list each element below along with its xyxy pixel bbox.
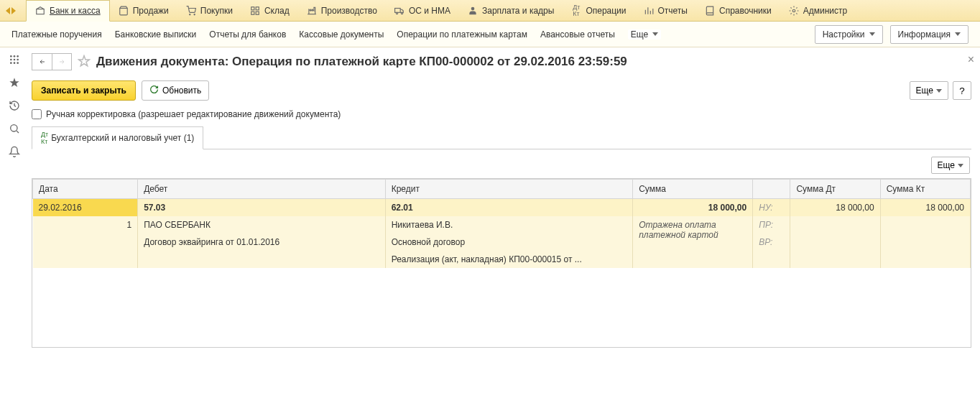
svg-rect-3	[251, 6, 254, 9]
settings-button[interactable]: Настройки	[815, 25, 883, 44]
cell-empty	[138, 251, 386, 268]
sub-link[interactable]: Кассовые документы	[299, 29, 384, 40]
dtkt-icon: ДтКт	[41, 131, 48, 145]
topmenu-salary[interactable]: Зарплата и кадры	[459, 1, 563, 21]
cell-debit-sub1[interactable]: ПАО СБЕРБАНК	[138, 216, 386, 234]
col-debit[interactable]: Дебет	[138, 180, 386, 199]
book-icon	[705, 6, 715, 16]
tab-content: Еще Дата Дебет Кредит Сумма	[32, 149, 971, 348]
topmenu-label: Продажи	[133, 6, 169, 16]
title-row: Движения документа: Операция по платежно…	[32, 53, 971, 70]
svg-rect-4	[256, 6, 259, 9]
cell-empty	[790, 216, 880, 234]
nav-next-icon[interactable]	[11, 7, 19, 14]
topmenu-bank[interactable]: Банк и касса	[26, 0, 110, 22]
cell-empty	[880, 234, 970, 251]
cell-desc[interactable]: Отражена оплата платежной картой	[633, 216, 753, 268]
topmenu-purchases[interactable]: Покупки	[177, 1, 241, 21]
svg-point-18	[10, 62, 12, 64]
cell-credit-sub2[interactable]: Основной договор	[385, 234, 633, 251]
sub-link[interactable]: Банковские выписки	[115, 29, 197, 40]
col-sum[interactable]: Сумма	[633, 180, 753, 199]
sub-more-button[interactable]: Еще	[628, 29, 661, 40]
topmenu-label: Покупки	[200, 6, 233, 16]
person-icon	[468, 6, 478, 16]
star-icon[interactable]	[8, 76, 21, 89]
topmenu-production[interactable]: Производство	[298, 1, 386, 21]
nav-prev-icon[interactable]	[3, 7, 10, 14]
topmenu-label: ОС и НМА	[409, 6, 450, 16]
save-close-button[interactable]: Записать и закрыть	[32, 80, 136, 101]
apps-icon[interactable]	[8, 53, 21, 66]
close-icon[interactable]: ×	[968, 53, 974, 66]
col-credit[interactable]: Кредит	[385, 180, 633, 199]
favorite-star-icon[interactable]	[78, 55, 91, 70]
table-row[interactable]: Реализация (акт, накладная) КП00-000015 …	[33, 251, 971, 268]
help-button[interactable]: ?	[953, 81, 971, 100]
cell-debit-acc[interactable]: 57.03	[138, 199, 386, 217]
cart-icon	[186, 6, 196, 16]
topmenu-admin[interactable]: Администр	[780, 1, 856, 21]
cell-debit-sub2[interactable]: Договор эквайринга от 01.01.2016	[138, 234, 386, 251]
svg-rect-5	[251, 11, 254, 14]
more-button[interactable]: Еще	[910, 81, 948, 100]
refresh-icon	[149, 85, 159, 96]
cell-sum-kt[interactable]: 18 000,00	[880, 199, 970, 217]
svg-rect-0	[37, 9, 45, 14]
info-button[interactable]: Информация	[890, 25, 969, 44]
sub-link[interactable]: Операции по платежным картам	[397, 29, 527, 40]
cell-date[interactable]: 29.02.2016	[33, 199, 138, 217]
back-button[interactable]	[32, 53, 52, 70]
col-sum-kt[interactable]: Сумма Кт	[880, 180, 970, 199]
bell-icon[interactable]	[8, 145, 21, 158]
chevron-down-icon	[936, 89, 942, 93]
topmenu-assets[interactable]: ОС и НМА	[386, 1, 459, 21]
tab-label: Бухгалтерский и налоговый учет (1)	[51, 133, 194, 143]
svg-point-1	[189, 14, 190, 14]
history-icon[interactable]	[8, 99, 21, 112]
production-icon	[307, 6, 317, 16]
table-row[interactable]: 29.02.2016 57.03 62.01 18 000,00 НУ: 18 …	[33, 199, 971, 217]
cell-num[interactable]: 1	[33, 216, 138, 234]
svg-point-10	[471, 6, 475, 10]
cell-empty	[790, 251, 880, 268]
forward-button[interactable]	[52, 53, 72, 70]
sub-link[interactable]: Отчеты для банков	[209, 29, 286, 40]
sub-link[interactable]: Авансовые отчеты	[540, 29, 615, 40]
topmenu-reports[interactable]: Отчеты	[635, 1, 696, 21]
operations-icon: ДтКт	[571, 6, 581, 16]
sub-link[interactable]: Платежные поручения	[11, 29, 102, 40]
cell-sum[interactable]: 18 000,00	[633, 199, 753, 217]
cell-credit-sub1[interactable]: Никитаева И.В.	[385, 216, 633, 234]
col-sum-dt[interactable]: Сумма Дт	[790, 180, 880, 199]
topmenu-label: Справочники	[719, 6, 772, 16]
manual-edit-checkbox[interactable]	[32, 109, 42, 119]
manual-edit-row: Ручная корректировка (разрешает редактир…	[32, 109, 971, 119]
cell-sum-dt[interactable]: 18 000,00	[790, 199, 880, 217]
topmenu-warehouse[interactable]: Склад	[241, 1, 298, 21]
table-row[interactable]: 1 ПАО СБЕРБАНК Никитаева И.В. Отражена о…	[33, 216, 971, 234]
sub-menu-bar: Платежные поручения Банковские выписки О…	[0, 22, 980, 47]
col-date[interactable]: Дата	[33, 180, 138, 199]
topmenu-directories[interactable]: Справочники	[696, 1, 780, 21]
refresh-button[interactable]: Обновить	[142, 80, 209, 101]
svg-point-12	[10, 55, 12, 57]
action-bar: Записать и закрыть Обновить Еще ?	[32, 80, 971, 101]
search-icon[interactable]	[8, 122, 21, 135]
gear-icon	[789, 6, 799, 16]
topmenu-sales[interactable]: Продажи	[110, 1, 177, 21]
more-label: Еще	[916, 85, 933, 96]
tab-accounting[interactable]: ДтКт Бухгалтерский и налоговый учет (1)	[32, 126, 203, 149]
cell-credit-sub3[interactable]: Реализация (акт, накладная) КП00-000015 …	[385, 251, 633, 268]
table-row[interactable]: Договор эквайринга от 01.01.2016 Основно…	[33, 234, 971, 251]
topmenu-label: Отчеты	[658, 6, 688, 16]
cell-empty	[880, 216, 970, 234]
cell-nu: НУ:	[753, 199, 790, 217]
cell-pr: ПР:	[753, 216, 790, 234]
topmenu-label: Зарплата и кадры	[482, 6, 554, 16]
svg-point-16	[14, 59, 16, 61]
cell-credit-acc[interactable]: 62.01	[385, 199, 633, 217]
left-sidebar	[0, 47, 29, 348]
topmenu-operations[interactable]: ДтКт Операции	[563, 1, 634, 21]
grid-more-button[interactable]: Еще	[931, 157, 970, 174]
